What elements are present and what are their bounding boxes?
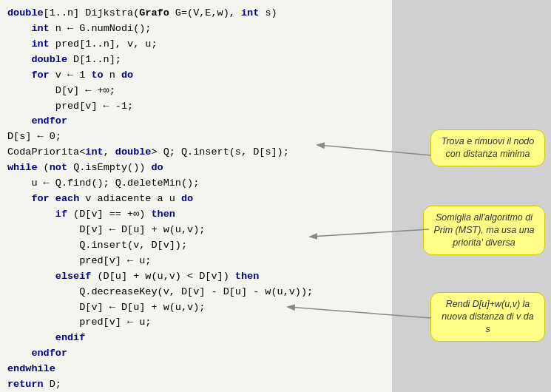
code-text: pred[v] ← -1; [55,101,133,112]
keyword: while [7,162,38,173]
code-text: CodaPriorita< [7,146,85,158]
keyword: do [181,193,193,204]
code-line: D[s] ← 0; [7,129,385,145]
code-line: pred[v] ← u; [7,315,385,331]
code-text: pred[v] ← u; [79,317,151,328]
code-line: int pred[1..n], v, u; [7,37,385,53]
keyword: each [55,193,79,204]
code-line: D[v] ← D[u] + w(u,v); [7,300,385,316]
code-block: double[1..n] Dijkstra(Grafo G=(V,E,w), i… [0,0,392,392]
code-text: [1..n] Dijkstra( [44,7,140,18]
keyword: do [121,70,133,81]
keyword: int [31,23,49,34]
keyword: for [31,193,49,204]
code-text: pred[v] ← u; [79,255,151,266]
keyword: if [55,209,67,220]
keyword: then [151,209,175,220]
code-text: Q.decreaseKey(v, D[v] - D[u] - w(u,v)); [79,286,313,297]
code-line: CodaPriorita<int, double> Q; Q.insert(s,… [7,145,385,160]
code-line: D[v] ← D[u] + w(u,v); [7,223,385,238]
code-text: u ← Q.find(); Q.deleteMin(); [31,178,199,189]
code-text: D[v] ← +∞; [55,85,115,96]
code-line: for v ← 1 to n do [7,68,385,84]
code-line: pred[v] ← -1; [7,99,385,115]
callout-prim: Somiglia all'algoritmo di Prim (MST), ma… [423,206,545,255]
code-text: Q.insert(v, D[v]); [79,240,187,251]
code-line: D[v] ← +∞; [7,84,385,99]
keyword: do [151,162,163,173]
code-line: while (not Q.isEmpty()) do [7,160,385,176]
code-text: pred[1..n], v, u; [50,38,158,50]
code-line: elseif (D[u] + w(u,v) < D[v]) then [7,269,385,285]
code-text: D[1..n]; [67,54,121,65]
keyword: double [115,146,152,158]
bold-text: Grafo [139,7,169,18]
code-line: return D; [7,377,385,392]
code-text: D[v] ← D[u] + w(u,v); [79,224,205,235]
code-line: Q.decreaseKey(v, D[v] - D[u] - w(u,v)); [7,285,385,300]
code-text [50,193,55,204]
keyword: elseif [55,271,92,282]
code-line: double D[1..n]; [7,53,385,68]
callout-find-min: Trova e rimuovi il nodo con distanza min… [430,129,545,166]
code-text: G=(V,E,w), [169,7,241,18]
callout-update-dist: Rendi D[u]+w(u,v) la nuova distanza di v… [430,292,545,342]
code-text: v ← 1 [50,70,92,81]
code-text: s) [259,7,277,18]
keyword: int [31,38,49,50]
code-text: D[s] ← 0; [7,131,61,142]
code-line: int n ← G.numNodi(); [7,21,385,37]
code-text: , [104,146,115,158]
code-line: endif [7,331,385,346]
code-line: endfor [7,346,385,362]
code-text: n ← G.numNodi(); [50,23,152,34]
code-line: endfor [7,114,385,129]
keyword: endfor [31,348,67,359]
keyword: double [31,54,67,65]
keyword: not [50,162,67,173]
keyword: endif [55,332,86,343]
keyword: endwhile [7,363,55,374]
code-line: u ← Q.find(); Q.deleteMin(); [7,176,385,192]
keyword: int [241,7,259,18]
keyword: for [31,70,49,81]
code-text: v adiacente a u [79,193,181,204]
code-text: D[v] ← D[u] + w(u,v); [79,302,205,313]
code-line: for each v adiacente a u do [7,192,385,207]
keyword: to [91,70,103,81]
keyword: int [85,146,103,158]
code-text: n [104,70,121,81]
keyword: double [7,7,44,18]
code-text: ( [38,162,50,173]
code-text: D; [44,379,61,390]
code-line: pred[v] ← u; [7,254,385,269]
code-text: Q.isEmpty()) [67,162,151,173]
code-line: Q.insert(v, D[v]); [7,238,385,254]
code-line: endwhile [7,362,385,377]
code-text: (D[v] == +∞) [67,209,151,220]
code-line: if (D[v] == +∞) then [7,207,385,223]
code-line: double[1..n] Dijkstra(Grafo G=(V,E,w), i… [7,6,385,21]
code-text: > Q; Q.insert(s, D[s]); [151,146,288,158]
keyword: then [235,271,259,282]
code-text: (D[u] + w(u,v) < D[v]) [91,271,234,282]
keyword: return [7,379,44,390]
keyword: endfor [31,115,67,126]
